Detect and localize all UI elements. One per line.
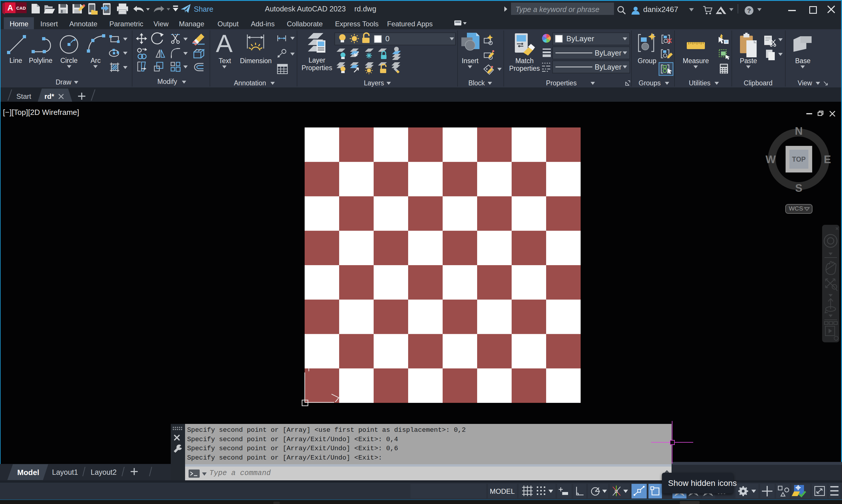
- svg-text:View: View: [798, 79, 812, 87]
- svg-text:Text: Text: [219, 57, 231, 65]
- svg-text:E: E: [824, 154, 831, 165]
- svg-text:Insert: Insert: [462, 57, 479, 65]
- svg-text:W: W: [766, 154, 776, 165]
- svg-text:rd*: rd*: [44, 92, 54, 100]
- svg-text:Clipboard: Clipboard: [744, 79, 772, 87]
- svg-text:S: S: [795, 182, 803, 194]
- svg-text:Properties: Properties: [546, 79, 577, 87]
- svg-text:Groups: Groups: [639, 79, 660, 87]
- svg-text:Arc: Arc: [91, 57, 101, 64]
- svg-text:?: ?: [747, 7, 751, 14]
- svg-text:Layout1: Layout1: [52, 468, 78, 476]
- svg-text:Start: Start: [16, 92, 31, 100]
- svg-text:Line: Line: [10, 57, 22, 64]
- svg-text:Draw: Draw: [56, 78, 71, 86]
- svg-text:Dimension: Dimension: [240, 57, 272, 65]
- svg-text:Block: Block: [468, 79, 485, 87]
- svg-text:ByLayer: ByLayer: [566, 34, 594, 43]
- svg-text:ByLayer: ByLayer: [595, 49, 622, 57]
- svg-text:Properties: Properties: [302, 64, 333, 72]
- svg-text:Utilities: Utilities: [689, 79, 711, 87]
- svg-text:TOP: TOP: [792, 156, 806, 163]
- svg-text:Layers: Layers: [364, 79, 384, 87]
- svg-text:Layer: Layer: [308, 56, 325, 64]
- svg-text:Match: Match: [516, 57, 534, 65]
- svg-text:MODEL: MODEL: [490, 487, 515, 495]
- svg-text:Annotation: Annotation: [234, 79, 266, 87]
- svg-text:Group: Group: [638, 57, 656, 65]
- svg-text:A: A: [216, 29, 233, 57]
- svg-text:CAD: CAD: [16, 5, 26, 11]
- svg-text:Paste: Paste: [740, 57, 757, 65]
- svg-text:Layout2: Layout2: [91, 468, 117, 476]
- svg-text:Polyline: Polyline: [29, 57, 53, 64]
- svg-text:0: 0: [385, 34, 390, 43]
- svg-text:N: N: [795, 125, 803, 137]
- svg-text:ByLayer: ByLayer: [595, 63, 622, 71]
- svg-text:Base: Base: [795, 57, 810, 65]
- svg-text:A: A: [7, 3, 13, 12]
- svg-text:Model: Model: [17, 468, 39, 477]
- svg-text:Circle: Circle: [60, 57, 78, 64]
- svg-text:Measure: Measure: [683, 57, 709, 65]
- svg-text:Modify: Modify: [157, 78, 177, 85]
- svg-text:Properties: Properties: [509, 65, 540, 72]
